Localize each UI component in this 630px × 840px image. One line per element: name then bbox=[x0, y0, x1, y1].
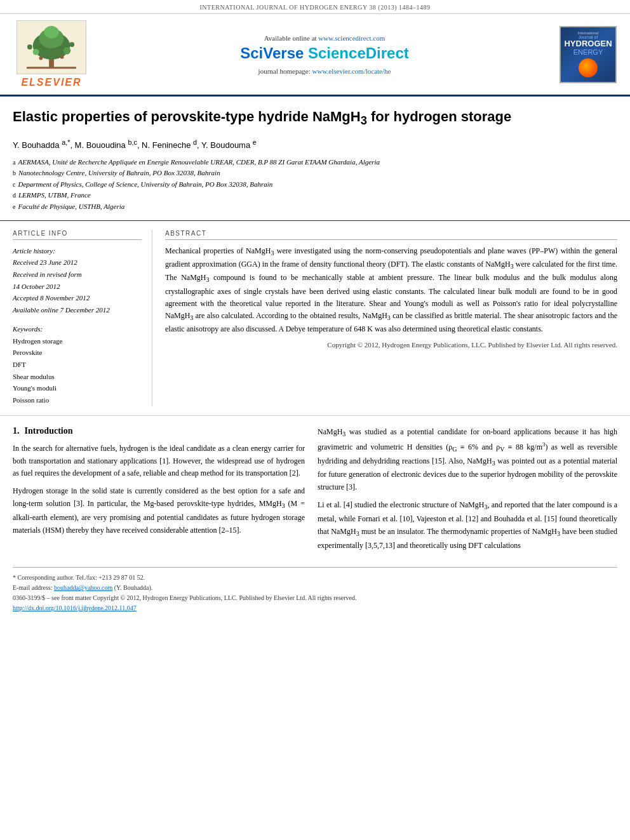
svg-point-10 bbox=[39, 57, 43, 60]
svg-point-6 bbox=[64, 47, 71, 55]
journal-title: International Journal of Hydrogen Energy… bbox=[199, 4, 430, 11]
content-right-col: NaMgH3 was studied as a potential candid… bbox=[318, 426, 617, 557]
abstract-col: Abstract Mechanical properties of NaMgH3… bbox=[165, 230, 617, 406]
keywords-section: Keywords: Hydrogen storage Perovskite DF… bbox=[13, 325, 142, 406]
issn-note: 0360-3199/$ – see front matter Copyright… bbox=[13, 593, 617, 603]
keyword-perovskite: Perovskite bbox=[13, 347, 142, 359]
svg-point-11 bbox=[60, 55, 64, 59]
article-history: Article history: Received 23 June 2012 R… bbox=[13, 245, 142, 316]
email-note: E-mail address: bouhadda@yahoo.com (Y. B… bbox=[13, 583, 617, 593]
svg-point-8 bbox=[69, 42, 74, 47]
sci-text: SciVerse bbox=[240, 44, 308, 62]
elsevier-tree-image bbox=[17, 20, 86, 74]
keyword-dft: DFT bbox=[13, 359, 142, 371]
journal-homepage: journal homepage: www.elsevier.com/locat… bbox=[258, 67, 391, 75]
affil-e: e Faculté de Physique, USTHB, Algeria bbox=[13, 201, 617, 213]
journal-bar: International Journal of Hydrogen Energy… bbox=[0, 0, 630, 14]
affil-d: d LERMPS, UTBM, France bbox=[13, 190, 617, 201]
keyword-shear-modulus: Shear modulus bbox=[13, 371, 142, 383]
right-para1: NaMgH3 was studied as a potential candid… bbox=[318, 426, 617, 494]
affil-c: c Department of Physics, College of Scie… bbox=[13, 179, 617, 190]
elsevier-logo-area: ELSEVIER bbox=[10, 20, 93, 88]
elsevier-label: ELSEVIER bbox=[21, 77, 81, 88]
keyword-youngs-moduli: Young's moduli bbox=[13, 382, 142, 394]
revised-date: Received in revised form bbox=[13, 269, 142, 281]
homepage-link[interactable]: www.elsevier.com/locate/he bbox=[312, 67, 391, 75]
article-info-label: Article Info bbox=[13, 230, 142, 240]
badge-hydrogen: HYDROGEN bbox=[564, 39, 612, 48]
article-main-title: Elastic properties of perovskite-type hy… bbox=[13, 108, 617, 128]
doi-link[interactable]: http://dx.doi.org/10.1016/j.ijhydene.201… bbox=[13, 604, 137, 611]
affil-a: a AERMASA, Unité de Recherche Appliquée … bbox=[13, 157, 617, 168]
intro-para2: Hydrogen storage in the solid state is c… bbox=[13, 485, 305, 537]
info-abstract-section: Article Info Article history: Received 2… bbox=[0, 221, 630, 416]
hydrogen-energy-logo-area: International Journal of HYDROGEN ENERGY bbox=[556, 20, 620, 88]
copyright-line: Copyright © 2012, Hydrogen Energy Public… bbox=[165, 340, 617, 351]
author-email[interactable]: bouhadda@yahoo.com bbox=[54, 584, 112, 591]
svg-rect-9 bbox=[27, 67, 76, 69]
main-content: 1. Introduction In the search for altern… bbox=[0, 416, 630, 568]
history-label: Article history: bbox=[13, 245, 142, 257]
abstract-paragraph: Mechanical properties of NaMgH3 were inv… bbox=[165, 245, 617, 336]
introduction-title: Introduction bbox=[25, 426, 73, 436]
accepted-date: Accepted 8 November 2012 bbox=[13, 292, 142, 304]
corresponding-author-note: * Corresponding author. Tel./fax: +213 2… bbox=[13, 573, 617, 583]
svg-point-7 bbox=[27, 44, 32, 50]
doi-note: http://dx.doi.org/10.1016/j.ijhydene.201… bbox=[13, 603, 617, 613]
hydrogen-energy-badge: International Journal of HYDROGEN ENERGY bbox=[560, 26, 617, 83]
right-col-body: NaMgH3 was studied as a potential candid… bbox=[318, 426, 617, 552]
content-left-col: 1. Introduction In the search for altern… bbox=[13, 426, 305, 557]
sciverse-logo: SciVerse ScienceDirect bbox=[240, 44, 409, 62]
introduction-heading: 1. Introduction bbox=[13, 426, 305, 436]
keyword-poisson-ratio: Poisson ratio bbox=[13, 394, 142, 406]
badge-circle bbox=[579, 58, 598, 77]
intro-body: In the search for alternative fuels, hyd… bbox=[13, 443, 305, 537]
revised-date2: 14 October 2012 bbox=[13, 281, 142, 293]
badge-energy: ENERGY bbox=[573, 48, 603, 56]
right-para2: Li et al. [4] studied the electronic str… bbox=[318, 499, 617, 552]
received-date: Received 23 June 2012 bbox=[13, 257, 142, 269]
header-area: ELSEVIER Available online at www.science… bbox=[0, 14, 630, 97]
sciencedirect-text: ScienceDirect bbox=[308, 44, 409, 62]
affiliations: a AERMASA, Unité de Recherche Appliquée … bbox=[13, 157, 617, 213]
available-date: Available online 7 December 2012 bbox=[13, 304, 142, 316]
header-center: Available online at www.sciencedirect.co… bbox=[100, 20, 549, 88]
intro-para1: In the search for alternative fuels, hyd… bbox=[13, 443, 305, 480]
affil-b: b Nanotechnology Centre, University of B… bbox=[13, 168, 617, 179]
section-number: 1. bbox=[13, 426, 20, 436]
authors-line: Y. Bouhadda a,*, M. Bououdina b,c, N. Fe… bbox=[13, 138, 617, 150]
available-online-text: Available online at www.sciencedirect.co… bbox=[264, 34, 385, 42]
abstract-text: Mechanical properties of NaMgH3 were inv… bbox=[165, 245, 617, 351]
page-footer: * Corresponding author. Tel./fax: +213 2… bbox=[13, 567, 617, 618]
keyword-hydrogen-storage: Hydrogen storage bbox=[13, 335, 142, 347]
article-title-section: Elastic properties of perovskite-type hy… bbox=[0, 97, 630, 221]
sciencedirect-link[interactable]: www.sciencedirect.com bbox=[318, 34, 385, 42]
page-wrapper: International Journal of Hydrogen Energy… bbox=[0, 0, 630, 840]
keywords-title: Keywords: bbox=[13, 325, 142, 333]
svg-point-5 bbox=[33, 49, 39, 55]
abstract-label: Abstract bbox=[165, 230, 617, 240]
article-info-col: Article Info Article history: Received 2… bbox=[13, 230, 152, 406]
svg-point-4 bbox=[44, 26, 58, 39]
